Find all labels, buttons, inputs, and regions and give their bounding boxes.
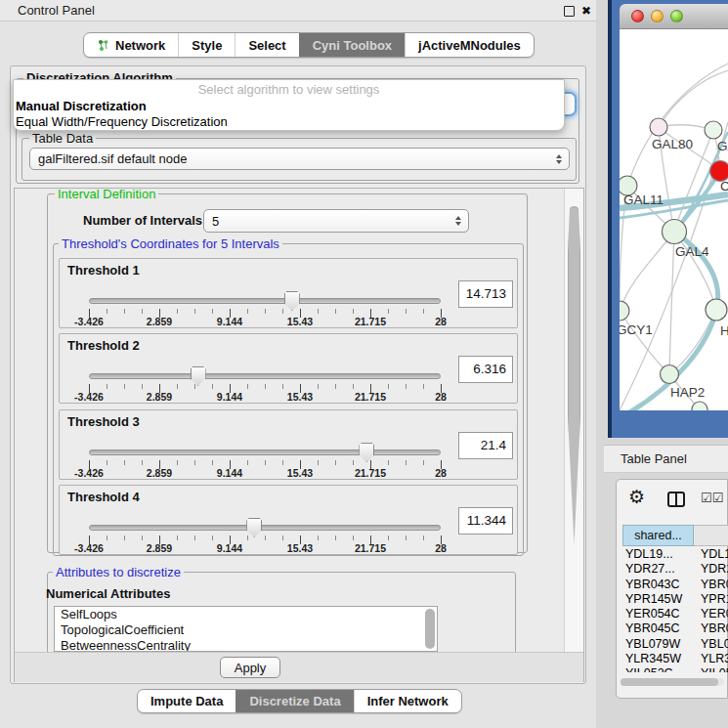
cell: YIL052C	[622, 666, 694, 672]
threshold-4-ticks	[89, 535, 442, 544]
algorithm-popup-hint: Select algorithm to view settings	[14, 80, 564, 97]
scale-label: 9.144	[217, 391, 242, 403]
node-gal80[interactable]	[650, 118, 667, 136]
threshold-3-value-field[interactable]: 21.4	[458, 432, 513, 459]
control-panel-title: Control Panel	[18, 3, 95, 18]
tab-infer-network[interactable]: Infer Network	[354, 690, 461, 712]
node-label: GAL4	[675, 244, 709, 259]
table-row[interactable]: YLR345WYLR34	[622, 652, 728, 666]
threshold-1-ticks	[89, 309, 442, 318]
table-row[interactable]: YDL19...YDL19	[622, 547, 728, 562]
threshold-2-label: Threshold 2	[67, 338, 140, 353]
tab-impute-label: Impute Data	[150, 690, 223, 712]
algorithm-option-equal-width[interactable]: Equal Width/Frequency Discretization	[14, 114, 564, 129]
number-of-intervals-combobox[interactable]: 5	[203, 209, 469, 233]
tab-style[interactable]: Style	[178, 33, 235, 57]
tab-cyni-label: Cyni Toolbox	[313, 38, 392, 53]
scale-label: 28	[435, 467, 447, 479]
interval-definition-label: Interval Definition	[55, 189, 158, 201]
network-window-titlebar[interactable]	[620, 4, 728, 29]
table-row[interactable]: YIL052CYIL05	[622, 666, 728, 672]
split-view-icon[interactable]	[667, 492, 685, 507]
cell: YDL19	[694, 547, 728, 562]
number-of-intervals-value: 5	[212, 210, 219, 232]
node-label: C	[720, 179, 728, 193]
node-label: GCY1	[620, 322, 653, 337]
threshold-4-slider-thumb[interactable]	[246, 518, 262, 537]
threshold-3-ticks	[89, 460, 442, 469]
scale-label: -3.426	[74, 542, 104, 554]
tab-impute-data[interactable]: Impute Data	[138, 690, 236, 712]
scale-label: 28	[435, 391, 447, 403]
scale-label: 2.859	[147, 542, 172, 554]
node[interactable]	[706, 299, 727, 321]
threshold-1-slider-thumb[interactable]	[284, 291, 300, 311]
threshold-2-value-field[interactable]: 6.316	[458, 356, 513, 383]
scale-label: 2.859	[147, 467, 172, 479]
settings-scroll-viewport: Interval Definition Number of Intervals …	[15, 189, 564, 652]
threshold-1-box: Threshold 1 -3.426 2.859 9.144 15.43 21.…	[59, 258, 518, 328]
table-horizontal-scrollbar-thumb[interactable]	[621, 678, 718, 686]
table-row[interactable]: YER054CYER05	[622, 607, 728, 621]
tab-cyni-toolbox[interactable]: Cyni Toolbox	[299, 33, 405, 57]
combo-spinner-icon	[556, 154, 562, 164]
scale-label: 15.43	[287, 542, 313, 554]
node-gal4[interactable]	[663, 220, 687, 244]
network-graph: GAL80 GA C GAL11 GAL4 GCY1 H HAP2	[620, 29, 728, 410]
node-hap2[interactable]	[661, 365, 679, 384]
float-icon[interactable]	[564, 6, 575, 17]
tab-discretize-label: Discretize Data	[249, 690, 340, 712]
table-row[interactable]: YDR27...YDR27	[622, 562, 728, 577]
control-panel-titlebar: Control Panel	[0, 0, 596, 21]
checkbox-columns-icon[interactable]: ☑☑	[701, 491, 723, 505]
table-row[interactable]: YBL079WYBL07	[622, 637, 728, 652]
list-scrollbar[interactable]	[425, 609, 435, 649]
minimize-traffic-light-icon[interactable]	[651, 10, 664, 22]
settings-scrollbar[interactable]	[564, 189, 583, 652]
algorithm-option-manual[interactable]: Manual Discretization	[14, 99, 564, 113]
list-item[interactable]: SelfLoops	[55, 607, 437, 622]
column-header-name[interactable]: n	[694, 525, 728, 546]
node-gcy1[interactable]	[620, 301, 629, 321]
scale-label: 9.144	[217, 467, 242, 479]
gear-icon[interactable]: ⚙	[628, 488, 645, 506]
tab-select[interactable]: Select	[235, 33, 298, 57]
tab-jactivemnodules[interactable]: jActiveMNodules	[405, 33, 534, 57]
threshold-3-label: Threshold 3	[67, 414, 140, 429]
close-icon[interactable]: ✖	[578, 0, 594, 21]
node[interactable]	[705, 121, 722, 139]
threshold-4-value-field[interactable]: 11.344	[458, 507, 513, 535]
cell: YLR345W	[622, 652, 694, 666]
attributes-group-label: Attributes to discretize	[53, 565, 184, 579]
scale-label: 9.144	[217, 542, 242, 554]
settings-scrollbar-thumb[interactable]	[568, 206, 580, 544]
table-row[interactable]: YBR045CYBR04	[622, 621, 728, 636]
tab-network[interactable]: Network	[84, 33, 178, 57]
tab-network-label: Network	[115, 38, 165, 53]
threshold-2-slider-track[interactable]	[89, 373, 441, 379]
apply-button[interactable]: Apply	[220, 657, 280, 678]
list-item[interactable]: TopologicalCoefficient	[55, 622, 437, 638]
threshold-3-slider-thumb[interactable]	[359, 443, 374, 462]
list-item[interactable]: BetweennessCentrality	[55, 638, 437, 652]
threshold-4-slider-track[interactable]	[89, 525, 441, 531]
threshold-1-slider-track[interactable]	[89, 298, 441, 304]
zoom-traffic-light-icon[interactable]	[670, 10, 683, 22]
numerical-attributes-label: Numerical Attributes	[46, 586, 170, 601]
node-label: GA	[717, 139, 728, 153]
threshold-2-slider-thumb[interactable]	[191, 366, 206, 386]
column-header-shared-name[interactable]: shared...	[622, 525, 694, 546]
network-canvas[interactable]: GAL80 GA C GAL11 GAL4 GCY1 H HAP2	[620, 29, 728, 410]
numerical-attributes-list[interactable]: SelfLoops TopologicalCoefficient Between…	[54, 606, 438, 652]
close-traffic-light-icon[interactable]	[631, 10, 644, 22]
top-tab-bar: Network Style Select Cyni Toolbox jActiv…	[83, 32, 535, 58]
tab-discretize-data[interactable]: Discretize Data	[236, 690, 353, 712]
table-horizontal-scrollbar[interactable]	[621, 678, 724, 686]
cell: YBL079W	[622, 637, 694, 652]
table-row[interactable]: YBR043CYBR04	[622, 578, 728, 592]
threshold-3-slider-track[interactable]	[89, 450, 441, 455]
threshold-1-value-field[interactable]: 14.713	[458, 280, 513, 308]
table-data-combobox[interactable]: galFiltered.sif default node	[29, 148, 570, 170]
scale-label: 28	[435, 542, 447, 554]
table-row[interactable]: YPR145WYPR14	[622, 592, 728, 607]
